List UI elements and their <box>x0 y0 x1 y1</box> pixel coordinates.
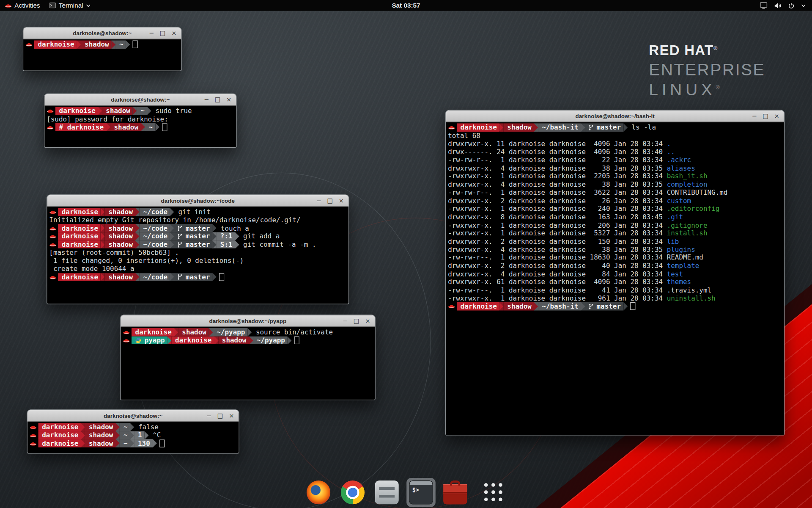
prompt-segment: shadow <box>110 123 141 131</box>
powerline-separator-icon <box>81 423 85 431</box>
maximize-button[interactable]: □ <box>354 318 359 324</box>
powerline-separator-icon <box>209 328 213 336</box>
terminal-cursor <box>294 337 299 344</box>
window-titlebar[interactable]: darknoise@shadow:~/bash-it − □ × <box>446 110 784 122</box>
prompt-line: darknoiseshadow~/codemasterS:1 git commi… <box>49 240 348 248</box>
powerline-separator-icon <box>126 41 130 49</box>
powerline-separator-icon <box>581 123 585 131</box>
powerline-separator-icon <box>130 439 134 447</box>
prompt-line: darknoiseshadow~/codemaster <box>49 273 348 281</box>
app-menu[interactable]: Terminal <box>45 0 95 11</box>
terminal-text: -rwxrwxr-x. 1 darknoise darknoise 206 Ja… <box>448 221 667 229</box>
branch-icon <box>589 303 593 309</box>
close-button[interactable]: × <box>339 198 344 204</box>
power-icon <box>788 3 795 9</box>
clock[interactable]: Sat 03:57 <box>392 2 420 9</box>
terminal-text: .. <box>667 148 675 155</box>
powerline-separator-icon <box>214 336 218 344</box>
terminal-text: [master (root-commit) 50bcb63] . <box>49 248 179 256</box>
prompt-segment: ~/code <box>140 273 170 281</box>
terminal-text: .ackrc <box>667 156 691 164</box>
window-controls: − □ × <box>343 318 375 324</box>
prompt-segment: shadow <box>504 302 534 310</box>
window-controls: − □ × <box>149 30 181 36</box>
terminal-content[interactable]: darknoiseshadow~ sudo true[sudo] passwor… <box>44 106 236 131</box>
powerline-separator-icon <box>145 431 149 439</box>
maximize-button[interactable]: □ <box>217 413 223 419</box>
maximize-button[interactable]: □ <box>160 30 166 36</box>
window-title: darknoise@shadow:~/pyapp <box>121 318 375 324</box>
powerline-separator-icon <box>170 232 174 240</box>
terminal-text: .editorconfig <box>667 205 720 213</box>
prompt-line: darknoiseshadow~ <box>25 41 181 49</box>
powerline-separator-icon <box>101 224 105 232</box>
python-icon <box>135 337 142 344</box>
redhat-icon <box>49 242 56 247</box>
terminal-text: drwxrwxr-x. 4 darknoise darknoise 38 Jan… <box>448 246 667 253</box>
dock-item-toolbox[interactable] <box>441 478 470 507</box>
dock-item-app-grid[interactable] <box>479 478 508 507</box>
terminal-text: lib <box>667 237 679 245</box>
maximize-button[interactable]: □ <box>215 97 221 103</box>
activities-button[interactable]: Activities <box>0 0 45 11</box>
terminal-text: -rw-rw-r--. 1 darknoise darknoise 22 Jan… <box>448 156 667 164</box>
redhat-icon <box>448 304 455 309</box>
output-line: [master (root-commit) 50bcb63] . <box>49 248 348 257</box>
dock-item-chrome[interactable] <box>338 478 368 507</box>
output-line: drwxrwxr-x. 8 darknoise darknoise 163 Ja… <box>448 213 783 221</box>
output-line: Initialized empty Git repository in /hom… <box>49 216 348 224</box>
minimize-button[interactable]: − <box>752 113 757 119</box>
terminal-text: plugins <box>667 246 695 253</box>
terminal-content[interactable]: darknoiseshadow~ <box>23 39 181 49</box>
close-button[interactable]: × <box>774 113 779 119</box>
window-titlebar[interactable]: darknoise@shadow:~ − □ × <box>23 28 181 39</box>
terminal-content[interactable]: darknoiseshadow~/bash-itmaster ls -latot… <box>446 122 784 310</box>
powerline-separator-icon <box>174 328 178 336</box>
prompt-segment: 1 <box>134 431 144 439</box>
powerline-separator-icon <box>288 336 292 344</box>
close-button[interactable]: × <box>171 30 176 36</box>
branch-icon <box>589 124 593 131</box>
redhat-icon <box>49 274 56 280</box>
powerline-separator-icon <box>170 224 174 232</box>
output-line: drwxrwxr-x. 2 darknoise darknoise 26 Jan… <box>448 196 783 204</box>
window-titlebar[interactable]: darknoise@shadow:~ − □ × <box>44 94 236 106</box>
close-button[interactable]: × <box>229 413 234 419</box>
terminal-text: drwxrwxr-x. 61 darknoise darknoise 4096 … <box>448 278 667 286</box>
prompt-segment: ~ <box>116 41 126 49</box>
terminal-text: custom <box>667 197 691 204</box>
system-status-area[interactable] <box>760 0 812 11</box>
minimize-button[interactable]: − <box>204 97 209 103</box>
window-titlebar[interactable]: darknoise@shadow:~/code − □ × <box>47 195 348 207</box>
minimize-button[interactable]: − <box>149 30 154 36</box>
terminal-text: aliases <box>667 164 695 172</box>
maximize-button[interactable]: □ <box>763 113 768 119</box>
minimize-button[interactable]: − <box>316 198 321 204</box>
prompt-segment: shadow <box>81 41 112 49</box>
close-button[interactable]: × <box>226 97 231 103</box>
window-titlebar[interactable]: darknoise@shadow:~/pyapp − □ × <box>121 315 375 327</box>
terminal-window: darknoise@shadow:~ − □ × darknoiseshadow… <box>23 27 182 71</box>
minimize-button[interactable]: − <box>343 318 348 324</box>
powerline-separator-icon <box>170 208 174 216</box>
volume-icon <box>774 3 782 9</box>
terminal-cursor <box>219 273 224 281</box>
terminal-content[interactable]: darknoiseshadow~/pyapp source bin/activa… <box>121 327 375 345</box>
dock-item-firefox[interactable] <box>304 478 333 507</box>
maximize-button[interactable]: □ <box>327 198 333 204</box>
powerline-separator-icon <box>130 423 134 431</box>
output-line: -rw-rw-r--. 1 darknoise darknoise 3622 J… <box>448 188 783 196</box>
terminal-icon-glyph: $> <box>412 487 419 494</box>
close-button[interactable]: × <box>365 318 370 324</box>
redhat-icon <box>49 225 56 231</box>
minimize-button[interactable]: − <box>206 413 211 419</box>
window-title: darknoise@shadow:~/code <box>47 198 348 204</box>
terminal-content[interactable]: darknoiseshadow~ falsedarknoiseshadow~1 … <box>27 422 239 447</box>
prompt-segment: ~/bash-it <box>538 302 581 310</box>
dock-item-terminal[interactable]: $> <box>406 478 436 507</box>
dock-item-files[interactable] <box>372 478 401 507</box>
terminal-text: completion <box>667 180 708 188</box>
terminal-content[interactable]: darknoiseshadow~/code git initInitialize… <box>47 207 348 281</box>
window-titlebar[interactable]: darknoise@shadow:~ − □ × <box>27 410 239 422</box>
powerline-separator-icon <box>170 273 174 281</box>
